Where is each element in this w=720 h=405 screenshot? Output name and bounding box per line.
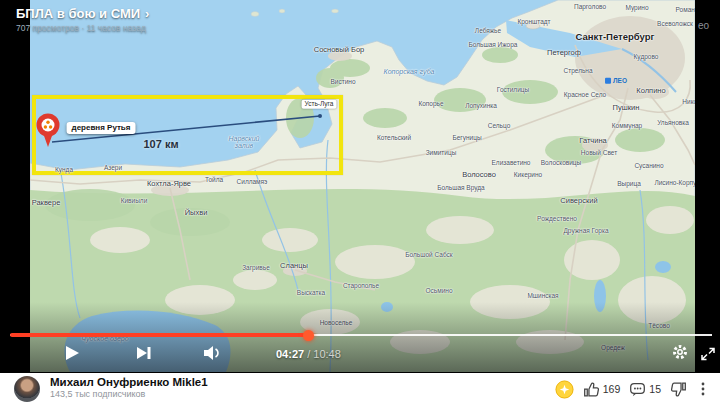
more-menu-button[interactable] xyxy=(696,381,710,397)
letterbox-right: eo xyxy=(695,0,720,372)
donate-coin-icon xyxy=(555,380,574,399)
dislike-icon xyxy=(670,381,687,398)
next-icon xyxy=(135,344,153,362)
highlight-rectangle xyxy=(32,95,343,175)
dislike-button[interactable] xyxy=(670,381,687,398)
play-icon xyxy=(63,344,81,362)
volume-button[interactable] xyxy=(200,344,224,364)
donate-button[interactable] xyxy=(555,380,574,399)
fullscreen-icon xyxy=(700,346,716,362)
watermark-fragment: eo xyxy=(698,20,709,31)
like-button[interactable]: 169 xyxy=(583,381,621,398)
like-count: 169 xyxy=(603,383,621,395)
video-title-link[interactable]: БПЛА в бою и СМИ› 707 просмотров · 11 ча… xyxy=(16,6,149,33)
comments-icon xyxy=(629,381,646,398)
comment-count: 15 xyxy=(649,383,661,395)
progress-bar[interactable] xyxy=(10,333,712,338)
channel-bar: Михаил Онуфриенко Mikle1 143,5 тыс подпи… xyxy=(0,373,720,405)
play-button[interactable] xyxy=(60,344,84,364)
progress-fill xyxy=(10,333,308,337)
settings-gear-icon xyxy=(671,343,689,361)
time-separator: / xyxy=(304,348,313,360)
volume-icon xyxy=(202,344,222,362)
channel-link[interactable]: Михаил Онуфриенко Mikle1 143,5 тыс подпи… xyxy=(50,376,208,400)
comments-button[interactable]: 15 xyxy=(629,381,661,398)
engagement-actions: 169 15 xyxy=(555,376,710,402)
video-player: ПарголовоМуриноРомановкаВсеволожскСанкт-… xyxy=(0,0,720,373)
settings-button[interactable] xyxy=(668,343,692,363)
page: ПарголовоМуриноРомановкаВсеволожскСанкт-… xyxy=(0,0,720,405)
more-menu-icon xyxy=(696,381,710,397)
chevron-right-icon: › xyxy=(145,6,149,21)
video-surface[interactable]: ПарголовоМуриноРомановкаВсеволожскСанкт-… xyxy=(30,0,695,372)
channel-avatar[interactable] xyxy=(14,376,40,402)
video-title: БПЛА в бою и СМИ xyxy=(16,6,140,21)
channel-name: Михаил Онуфриенко Mikle1 xyxy=(50,376,208,389)
duration: 10:48 xyxy=(313,348,341,360)
fullscreen-button[interactable] xyxy=(696,345,720,365)
current-time: 04:27 xyxy=(276,348,304,360)
time-display: 04:27 / 10:48 xyxy=(276,348,341,360)
like-icon xyxy=(583,381,600,398)
next-button[interactable] xyxy=(132,344,156,364)
video-meta: 707 просмотров · 11 часов назад xyxy=(16,23,149,33)
channel-subscribers: 143,5 тыс подписчиков xyxy=(50,389,208,400)
